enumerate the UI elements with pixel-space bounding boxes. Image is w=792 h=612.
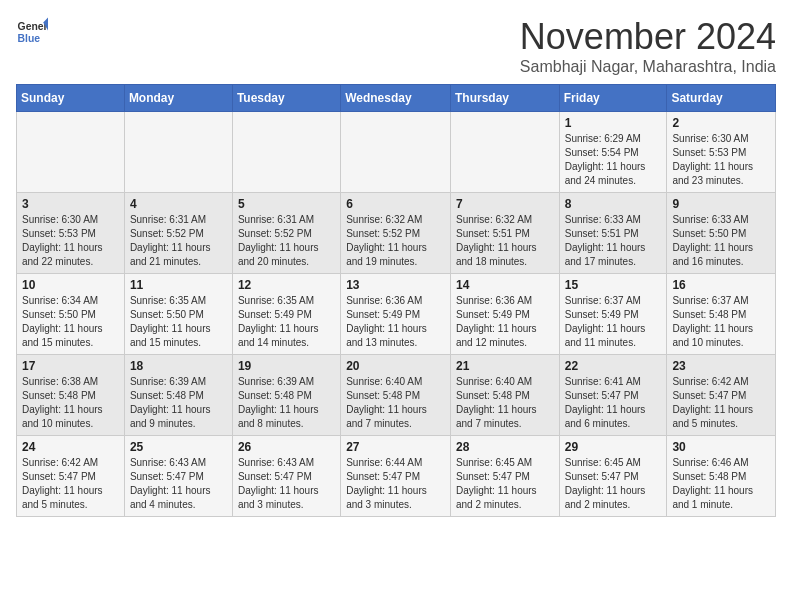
day-info: Sunrise: 6:40 AM Sunset: 5:48 PM Dayligh…: [346, 375, 445, 431]
day-info: Sunrise: 6:40 AM Sunset: 5:48 PM Dayligh…: [456, 375, 554, 431]
day-number: 12: [238, 278, 335, 292]
weekday-header: Saturday: [667, 85, 776, 112]
calendar-cell: [341, 112, 451, 193]
calendar-cell: [124, 112, 232, 193]
calendar-header: SundayMondayTuesdayWednesdayThursdayFrid…: [17, 85, 776, 112]
day-info: Sunrise: 6:43 AM Sunset: 5:47 PM Dayligh…: [238, 456, 335, 512]
day-info: Sunrise: 6:38 AM Sunset: 5:48 PM Dayligh…: [22, 375, 119, 431]
calendar-cell: 29Sunrise: 6:45 AM Sunset: 5:47 PM Dayli…: [559, 436, 667, 517]
day-number: 22: [565, 359, 662, 373]
calendar-cell: 18Sunrise: 6:39 AM Sunset: 5:48 PM Dayli…: [124, 355, 232, 436]
calendar-cell: 1Sunrise: 6:29 AM Sunset: 5:54 PM Daylig…: [559, 112, 667, 193]
calendar-cell: 10Sunrise: 6:34 AM Sunset: 5:50 PM Dayli…: [17, 274, 125, 355]
day-info: Sunrise: 6:45 AM Sunset: 5:47 PM Dayligh…: [565, 456, 662, 512]
calendar-cell: 6Sunrise: 6:32 AM Sunset: 5:52 PM Daylig…: [341, 193, 451, 274]
calendar-cell: 15Sunrise: 6:37 AM Sunset: 5:49 PM Dayli…: [559, 274, 667, 355]
weekday-header: Wednesday: [341, 85, 451, 112]
day-number: 11: [130, 278, 227, 292]
calendar-cell: 22Sunrise: 6:41 AM Sunset: 5:47 PM Dayli…: [559, 355, 667, 436]
weekday-header: Sunday: [17, 85, 125, 112]
day-info: Sunrise: 6:39 AM Sunset: 5:48 PM Dayligh…: [130, 375, 227, 431]
calendar-cell: 3Sunrise: 6:30 AM Sunset: 5:53 PM Daylig…: [17, 193, 125, 274]
day-number: 3: [22, 197, 119, 211]
day-number: 29: [565, 440, 662, 454]
day-number: 10: [22, 278, 119, 292]
day-info: Sunrise: 6:45 AM Sunset: 5:47 PM Dayligh…: [456, 456, 554, 512]
calendar-cell: [17, 112, 125, 193]
day-number: 21: [456, 359, 554, 373]
day-number: 25: [130, 440, 227, 454]
day-info: Sunrise: 6:37 AM Sunset: 5:48 PM Dayligh…: [672, 294, 770, 350]
month-title: November 2024: [520, 16, 776, 58]
day-info: Sunrise: 6:36 AM Sunset: 5:49 PM Dayligh…: [456, 294, 554, 350]
calendar-cell: [232, 112, 340, 193]
day-number: 6: [346, 197, 445, 211]
day-info: Sunrise: 6:44 AM Sunset: 5:47 PM Dayligh…: [346, 456, 445, 512]
calendar-cell: 8Sunrise: 6:33 AM Sunset: 5:51 PM Daylig…: [559, 193, 667, 274]
day-number: 23: [672, 359, 770, 373]
calendar-cell: 23Sunrise: 6:42 AM Sunset: 5:47 PM Dayli…: [667, 355, 776, 436]
calendar-cell: 27Sunrise: 6:44 AM Sunset: 5:47 PM Dayli…: [341, 436, 451, 517]
calendar-week-row: 1Sunrise: 6:29 AM Sunset: 5:54 PM Daylig…: [17, 112, 776, 193]
calendar-cell: 13Sunrise: 6:36 AM Sunset: 5:49 PM Dayli…: [341, 274, 451, 355]
svg-text:Blue: Blue: [18, 33, 41, 44]
weekday-header-row: SundayMondayTuesdayWednesdayThursdayFrid…: [17, 85, 776, 112]
day-info: Sunrise: 6:30 AM Sunset: 5:53 PM Dayligh…: [22, 213, 119, 269]
calendar-week-row: 3Sunrise: 6:30 AM Sunset: 5:53 PM Daylig…: [17, 193, 776, 274]
day-info: Sunrise: 6:29 AM Sunset: 5:54 PM Dayligh…: [565, 132, 662, 188]
calendar-body: 1Sunrise: 6:29 AM Sunset: 5:54 PM Daylig…: [17, 112, 776, 517]
day-number: 4: [130, 197, 227, 211]
day-info: Sunrise: 6:35 AM Sunset: 5:50 PM Dayligh…: [130, 294, 227, 350]
day-info: Sunrise: 6:32 AM Sunset: 5:52 PM Dayligh…: [346, 213, 445, 269]
page-header: General Blue November 2024 Sambhaji Naga…: [16, 16, 776, 76]
calendar-cell: 16Sunrise: 6:37 AM Sunset: 5:48 PM Dayli…: [667, 274, 776, 355]
day-number: 27: [346, 440, 445, 454]
calendar-cell: 19Sunrise: 6:39 AM Sunset: 5:48 PM Dayli…: [232, 355, 340, 436]
day-info: Sunrise: 6:46 AM Sunset: 5:48 PM Dayligh…: [672, 456, 770, 512]
day-number: 7: [456, 197, 554, 211]
day-number: 9: [672, 197, 770, 211]
day-number: 13: [346, 278, 445, 292]
day-info: Sunrise: 6:31 AM Sunset: 5:52 PM Dayligh…: [130, 213, 227, 269]
calendar-cell: 30Sunrise: 6:46 AM Sunset: 5:48 PM Dayli…: [667, 436, 776, 517]
day-info: Sunrise: 6:42 AM Sunset: 5:47 PM Dayligh…: [672, 375, 770, 431]
day-number: 5: [238, 197, 335, 211]
calendar-cell: 28Sunrise: 6:45 AM Sunset: 5:47 PM Dayli…: [450, 436, 559, 517]
calendar-cell: 5Sunrise: 6:31 AM Sunset: 5:52 PM Daylig…: [232, 193, 340, 274]
day-number: 15: [565, 278, 662, 292]
day-info: Sunrise: 6:39 AM Sunset: 5:48 PM Dayligh…: [238, 375, 335, 431]
day-info: Sunrise: 6:41 AM Sunset: 5:47 PM Dayligh…: [565, 375, 662, 431]
weekday-header: Monday: [124, 85, 232, 112]
day-info: Sunrise: 6:32 AM Sunset: 5:51 PM Dayligh…: [456, 213, 554, 269]
day-info: Sunrise: 6:42 AM Sunset: 5:47 PM Dayligh…: [22, 456, 119, 512]
calendar-cell: 4Sunrise: 6:31 AM Sunset: 5:52 PM Daylig…: [124, 193, 232, 274]
day-info: Sunrise: 6:30 AM Sunset: 5:53 PM Dayligh…: [672, 132, 770, 188]
day-number: 16: [672, 278, 770, 292]
calendar-cell: 17Sunrise: 6:38 AM Sunset: 5:48 PM Dayli…: [17, 355, 125, 436]
day-info: Sunrise: 6:36 AM Sunset: 5:49 PM Dayligh…: [346, 294, 445, 350]
title-section: November 2024 Sambhaji Nagar, Maharashtr…: [520, 16, 776, 76]
day-number: 17: [22, 359, 119, 373]
weekday-header: Friday: [559, 85, 667, 112]
calendar-cell: 7Sunrise: 6:32 AM Sunset: 5:51 PM Daylig…: [450, 193, 559, 274]
day-info: Sunrise: 6:37 AM Sunset: 5:49 PM Dayligh…: [565, 294, 662, 350]
day-info: Sunrise: 6:31 AM Sunset: 5:52 PM Dayligh…: [238, 213, 335, 269]
location-title: Sambhaji Nagar, Maharashtra, India: [520, 58, 776, 76]
day-number: 1: [565, 116, 662, 130]
day-number: 26: [238, 440, 335, 454]
calendar-cell: 25Sunrise: 6:43 AM Sunset: 5:47 PM Dayli…: [124, 436, 232, 517]
day-number: 8: [565, 197, 662, 211]
day-number: 20: [346, 359, 445, 373]
day-number: 2: [672, 116, 770, 130]
calendar-week-row: 24Sunrise: 6:42 AM Sunset: 5:47 PM Dayli…: [17, 436, 776, 517]
svg-text:General: General: [18, 21, 48, 32]
calendar-week-row: 17Sunrise: 6:38 AM Sunset: 5:48 PM Dayli…: [17, 355, 776, 436]
day-number: 18: [130, 359, 227, 373]
day-number: 14: [456, 278, 554, 292]
day-number: 30: [672, 440, 770, 454]
weekday-header: Thursday: [450, 85, 559, 112]
weekday-header: Tuesday: [232, 85, 340, 112]
calendar-cell: 20Sunrise: 6:40 AM Sunset: 5:48 PM Dayli…: [341, 355, 451, 436]
calendar-cell: 12Sunrise: 6:35 AM Sunset: 5:49 PM Dayli…: [232, 274, 340, 355]
calendar-table: SundayMondayTuesdayWednesdayThursdayFrid…: [16, 84, 776, 517]
